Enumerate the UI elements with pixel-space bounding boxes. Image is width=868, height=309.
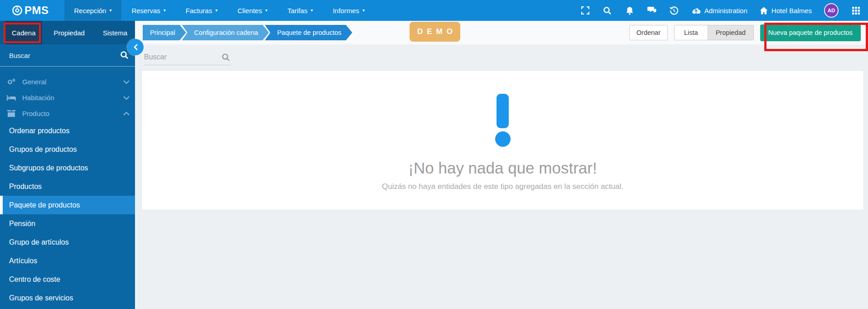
app-logo[interactable]: PMS	[12, 4, 49, 17]
history-icon[interactable]	[669, 5, 679, 15]
menu-recepcion[interactable]: Recepción ▾	[64, 0, 122, 21]
sidebar-item-articulos[interactable]: Artículos	[0, 251, 135, 270]
sidebar-menu: General Habitación	[0, 67, 135, 307]
administration-link[interactable]: Administration	[691, 7, 747, 14]
breadcrumb: Principal Configuración cadena Paquete d…	[143, 25, 352, 40]
content-background	[135, 210, 868, 309]
item-label: Centro de coste	[9, 275, 60, 284]
caret-down-icon: ▾	[311, 8, 313, 13]
item-label: Grupos de servicios	[9, 294, 73, 302]
lista-view-button[interactable]: Lista	[674, 25, 708, 40]
results-panel: ¡No hay nada que mostrar! Quizás no haya…	[141, 70, 864, 210]
item-label: Grupos de productos	[9, 145, 77, 154]
menu-label: Facturas	[186, 7, 212, 14]
sidebar-scope-tabs: Cadena Propiedad Sistema	[0, 21, 135, 44]
tab-cadena[interactable]: Cadena	[5, 21, 42, 44]
new-product-package-button[interactable]: Nueva paquete de productos	[760, 24, 861, 41]
tab-propiedad[interactable]: Propiedad	[48, 21, 91, 44]
ordenar-button[interactable]: Ordenar	[629, 25, 668, 40]
sidebar-item-grupo-de-articulos[interactable]: Grupo de artículos	[0, 233, 135, 251]
app-root: PMS Recepción ▾ Reservas ▾ Facturas ▾ Cl…	[0, 0, 868, 309]
empty-state-title: ¡No hay nada que mostrar!	[142, 159, 863, 177]
search-icon[interactable]	[222, 53, 230, 62]
item-label: Ordenar productos	[9, 127, 69, 135]
breadcrumb-paquete-de-productos[interactable]: Paquete de productos	[265, 25, 352, 40]
tab-label: Cadena	[12, 29, 36, 37]
crumb-label: Paquete de productos	[277, 29, 342, 36]
content-search-input[interactable]	[144, 53, 217, 61]
crumb-label: Principal	[150, 29, 175, 36]
chevron-down-icon	[123, 80, 130, 84]
item-label: Pensión	[9, 220, 35, 228]
sidebar: Cadena Propiedad Sistema	[0, 21, 135, 309]
view-toggle-group: Lista Propiedad	[674, 25, 754, 40]
toolbar: Ordenar Lista Propiedad Nueva paquete de…	[629, 24, 861, 41]
item-label: Productos	[9, 183, 42, 191]
menu-label: Tarifas	[287, 7, 307, 14]
breadcrumb-principal[interactable]: Principal	[143, 25, 186, 40]
sidebar-item-grupos-de-productos[interactable]: Grupos de productos	[0, 140, 135, 159]
caret-down-icon: ▾	[362, 8, 365, 13]
menu-label: Clientes	[237, 7, 262, 14]
sidebar-item-grupos-de-servicios[interactable]: Grupos de servicios	[0, 289, 135, 307]
content-header: Principal Configuración cadena Paquete d…	[135, 21, 868, 44]
chat-icon[interactable]	[647, 5, 657, 15]
item-label: Artículos	[9, 257, 37, 265]
search-icon[interactable]	[120, 51, 129, 59]
item-label: Subgrupos de productos	[9, 164, 88, 172]
chevron-down-icon	[123, 96, 130, 100]
tab-sistema[interactable]: Sistema	[96, 21, 134, 44]
sidebar-search-input[interactable]	[0, 52, 113, 59]
group-label: Producto	[22, 110, 117, 117]
avatar-initials: AD	[828, 8, 835, 13]
hotel-link[interactable]: Hotel Balmes	[760, 7, 812, 14]
sidebar-group-producto[interactable]: Producto	[0, 106, 135, 121]
menu-clientes[interactable]: Clientes ▾	[227, 0, 277, 21]
bed-icon	[6, 94, 16, 101]
chevron-left-icon	[134, 44, 138, 50]
gears-icon	[6, 78, 16, 86]
caret-down-icon: ▾	[215, 8, 217, 13]
chevron-up-icon	[123, 112, 130, 116]
main-menu: Recepción ▾ Reservas ▾ Facturas ▾ Client…	[64, 0, 375, 21]
tab-label: Sistema	[103, 29, 127, 37]
hotel-label: Hotel Balmes	[772, 7, 812, 14]
user-avatar[interactable]: AD	[824, 3, 839, 18]
sidebar-item-pension[interactable]: Pensión	[0, 214, 135, 233]
menu-reservas[interactable]: Reservas ▾	[121, 0, 175, 21]
sidebar-item-subgrupos-de-productos[interactable]: Subgrupos de productos	[0, 159, 135, 177]
caret-down-icon: ▾	[265, 8, 267, 13]
apps-grid-icon[interactable]	[851, 5, 861, 15]
breadcrumb-configuracion-cadena[interactable]: Configuración cadena	[182, 25, 269, 40]
menu-label: Recepción	[74, 7, 106, 14]
menu-label: Reservas	[131, 7, 160, 14]
notifications-bell-icon[interactable]	[625, 5, 635, 15]
group-label: General	[22, 78, 117, 86]
sidebar-group-habitacion[interactable]: Habitación	[0, 90, 135, 106]
top-navbar: PMS Recepción ▾ Reservas ▾ Facturas ▾ Cl…	[0, 0, 868, 21]
sidebar-group-general[interactable]: General	[0, 74, 135, 90]
caret-down-icon: ▾	[109, 8, 111, 13]
sidebar-item-ordenar-productos[interactable]: Ordenar productos	[0, 121, 135, 140]
box-icon	[6, 110, 16, 117]
propiedad-view-button[interactable]: Propiedad	[708, 25, 754, 40]
sidebar-item-paquete-de-productos[interactable]: Paquete de productos	[0, 196, 135, 214]
search-icon[interactable]	[603, 5, 612, 15]
menu-informes[interactable]: Informes ▾	[323, 0, 375, 21]
sidebar-item-centro-de-coste[interactable]: Centro de coste	[0, 270, 135, 289]
menu-facturas[interactable]: Facturas ▾	[176, 0, 227, 21]
empty-state: ¡No hay nada que mostrar! Quizás no haya…	[142, 71, 863, 191]
demo-badge: DEMO	[410, 22, 460, 42]
administration-label: Administration	[704, 7, 747, 14]
sidebar-collapse-button[interactable]	[127, 39, 144, 55]
crumb-label: Configuración cadena	[194, 29, 258, 36]
cloud-icon	[691, 7, 701, 14]
main-content: Principal Configuración cadena Paquete d…	[135, 21, 868, 309]
fullscreen-icon[interactable]	[580, 5, 590, 15]
menu-tarifas[interactable]: Tarifas ▾	[277, 0, 323, 21]
tab-label: Propiedad	[54, 29, 85, 37]
logo-icon	[12, 5, 23, 16]
group-label: Habitación	[22, 94, 117, 101]
sidebar-item-productos[interactable]: Productos	[0, 177, 135, 196]
topbar-right-icons: Administration Hotel Balmes AD	[580, 3, 861, 18]
